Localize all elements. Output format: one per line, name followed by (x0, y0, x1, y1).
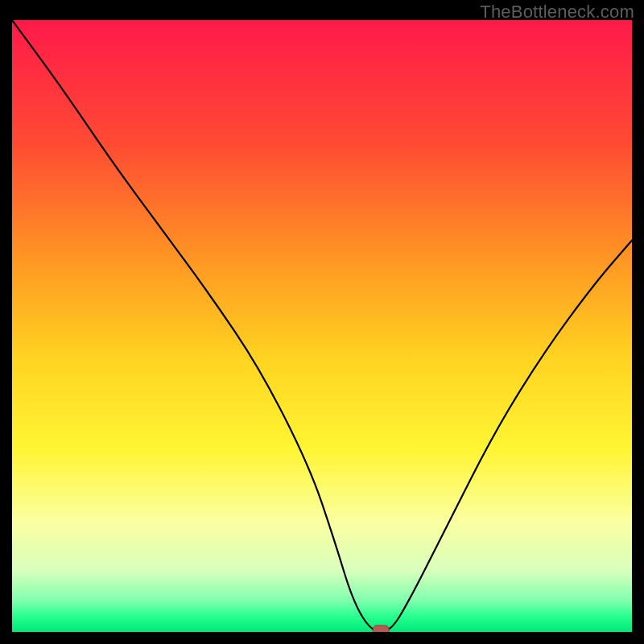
chart-frame: TheBottleneck.com (0, 0, 644, 644)
bottleneck-plot (12, 20, 632, 632)
optimal-point-marker (373, 625, 389, 632)
plot-background (12, 20, 632, 632)
